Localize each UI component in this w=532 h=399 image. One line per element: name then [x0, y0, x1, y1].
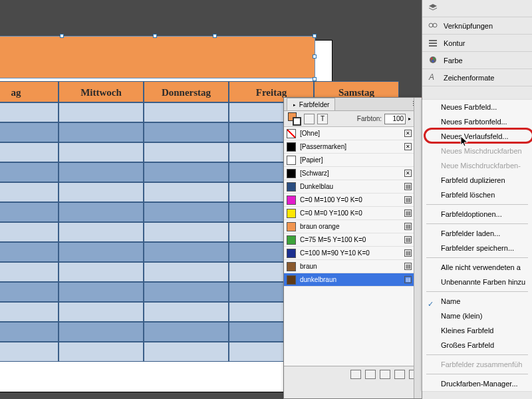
show-gradient-icon[interactable]	[380, 370, 390, 379]
menu-item[interactable]: Name (klein)	[422, 309, 532, 323]
calendar-cell[interactable]	[0, 142, 59, 162]
calendar-day-header: Donnerstag	[144, 81, 229, 102]
show-all-icon[interactable]	[350, 370, 361, 379]
swatch-row[interactable]: C=100 M=90 Y=10 K=0▤▦	[284, 247, 424, 260]
menu-label: Farbfeldoptionen...	[441, 210, 502, 218]
calendar-cell[interactable]	[59, 182, 144, 202]
calendar-cell[interactable]	[0, 182, 59, 202]
dock-row-char[interactable]: AZeichenformate	[422, 69, 532, 86]
calendar-cell[interactable]	[144, 182, 229, 202]
swatch-row[interactable]: dunkelbraun▤▦	[284, 273, 424, 287]
calendar-cell[interactable]	[144, 122, 229, 142]
calendar-cell[interactable]	[0, 242, 59, 262]
calendar-cell[interactable]	[144, 102, 229, 122]
calendar-cell[interactable]	[59, 162, 144, 182]
swatch-row[interactable]: [Schwarz]✕▦	[284, 167, 424, 180]
calendar-cell[interactable]	[59, 202, 144, 222]
svg-rect-7	[429, 45, 437, 47]
menu-label: Name (klein)	[441, 312, 482, 320]
menu-item[interactable]: Großes Farbfeld	[422, 338, 532, 352]
calendar-cell[interactable]	[59, 262, 144, 282]
menu-item[interactable]: Neues Farbtonfeld...	[422, 114, 532, 129]
tint-input[interactable]	[384, 114, 406, 124]
panel-tab-swatches[interactable]: ▸ Farbfelder	[287, 98, 335, 110]
calendar-cell[interactable]	[59, 342, 144, 362]
swatch-row[interactable]: [Passermarken]✕⊕	[284, 140, 424, 154]
calendar-cell[interactable]	[59, 242, 144, 262]
calendar-cell[interactable]	[144, 322, 229, 342]
calendar-cell[interactable]	[144, 142, 229, 162]
dock-row-layers[interactable]	[422, 0, 532, 17]
calendar-cell[interactable]	[144, 162, 229, 182]
menu-label: Kleines Farbfeld	[441, 327, 494, 334]
calendar-cell[interactable]	[0, 282, 59, 302]
calendar-cell[interactable]	[144, 302, 229, 322]
dock-row-stroke[interactable]: Kontur	[422, 35, 532, 52]
calendar-cell[interactable]	[0, 162, 59, 182]
dock-label: Kontur	[444, 39, 465, 47]
menu-item[interactable]: Neues Verlaufsfeld...	[422, 129, 532, 144]
swatch-row[interactable]: [Papier]	[284, 154, 424, 167]
swatch-row[interactable]: C=75 M=5 Y=100 K=0▤▦	[284, 233, 424, 247]
calendar-cell[interactable]	[144, 342, 229, 362]
show-color-icon[interactable]	[365, 370, 376, 379]
sel-handle[interactable]	[313, 55, 317, 59]
swatch-name: Dunkelblau	[300, 183, 400, 190]
menu-item[interactable]: Druckfarben-Manager...	[422, 376, 532, 391]
calendar-day-header: Mittwoch	[59, 81, 144, 102]
swatch-row[interactable]: Dunkelblau▤▦	[284, 180, 424, 194]
fill-stroke-proxy[interactable]	[288, 112, 301, 126]
sel-handle[interactable]	[153, 34, 157, 38]
calendar-cell[interactable]	[144, 262, 229, 282]
calendar-cell[interactable]	[59, 322, 144, 342]
swatch-row[interactable]: C=0 M=0 Y=100 K=0▤▦	[284, 207, 424, 220]
menu-item[interactable]: Farbfeld löschen	[422, 188, 532, 202]
menu-item[interactable]: Kleines Farbfeld	[422, 323, 532, 338]
sel-handle[interactable]	[60, 34, 64, 38]
calendar-cell[interactable]	[0, 262, 59, 282]
swatch-row[interactable]: [Ohne]✕▨	[284, 127, 424, 140]
menu-item[interactable]: Farbfelder speichern...	[422, 241, 532, 255]
menu-item[interactable]: Alle nicht verwendeten a	[422, 260, 532, 275]
calendar-cell[interactable]	[0, 342, 59, 362]
menu-item[interactable]: Farbfeldoptionen...	[422, 207, 532, 221]
calendar-cell[interactable]	[144, 202, 229, 222]
calendar-cell[interactable]	[59, 302, 144, 322]
dock-row-color[interactable]: Farbe	[422, 52, 532, 69]
calendar-row	[0, 262, 316, 282]
stroke-chip[interactable]	[293, 117, 301, 126]
swatch-list[interactable]: [Ohne]✕▨[Passermarken]✕⊕[Papier][Schwarz…	[284, 127, 424, 366]
calendar-cell[interactable]	[59, 282, 144, 302]
text-icon[interactable]: T	[317, 114, 328, 124]
sel-handle[interactable]	[213, 34, 217, 38]
calendar-cell[interactable]	[144, 282, 229, 302]
selected-frame[interactable]	[0, 36, 315, 78]
menu-item[interactable]: ✓Name	[422, 294, 532, 309]
swatch-name: [Schwarz]	[300, 170, 400, 177]
calendar-cell[interactable]	[59, 102, 144, 122]
tint-arrow-icon[interactable]: ▸	[408, 116, 411, 122]
calendar-cell[interactable]	[0, 102, 59, 122]
calendar-cell[interactable]	[0, 202, 59, 222]
menu-item[interactable]: Farbfelder laden...	[422, 226, 532, 241]
calendar-cell[interactable]	[144, 222, 229, 242]
container-icon[interactable]	[304, 114, 315, 124]
calendar-cell[interactable]	[144, 242, 229, 262]
calendar-cell[interactable]	[0, 222, 59, 242]
menu-item[interactable]: Farbfeld duplizieren	[422, 173, 532, 188]
swatch-row[interactable]: C=0 M=100 Y=0 K=0▤▦	[284, 194, 424, 207]
swatch-name: [Passermarken]	[300, 143, 400, 150]
calendar-cell[interactable]	[0, 302, 59, 322]
calendar-cell[interactable]	[59, 142, 144, 162]
new-swatch-icon[interactable]	[394, 370, 405, 379]
calendar-cell[interactable]	[59, 222, 144, 242]
dock-row-links[interactable]: Verknüpfungen	[422, 17, 532, 35]
swatch-row[interactable]: braun orange▤▦	[284, 220, 424, 233]
menu-item[interactable]: Unbenannte Farben hinzu	[422, 275, 532, 289]
swatch-row[interactable]: braun▤▦	[284, 260, 424, 273]
calendar-cell[interactable]	[0, 122, 59, 142]
calendar-cell[interactable]	[59, 122, 144, 142]
calendar-cell[interactable]	[0, 322, 59, 342]
sel-handle[interactable]	[313, 34, 317, 38]
menu-item[interactable]: Neues Farbfeld...	[422, 100, 532, 114]
